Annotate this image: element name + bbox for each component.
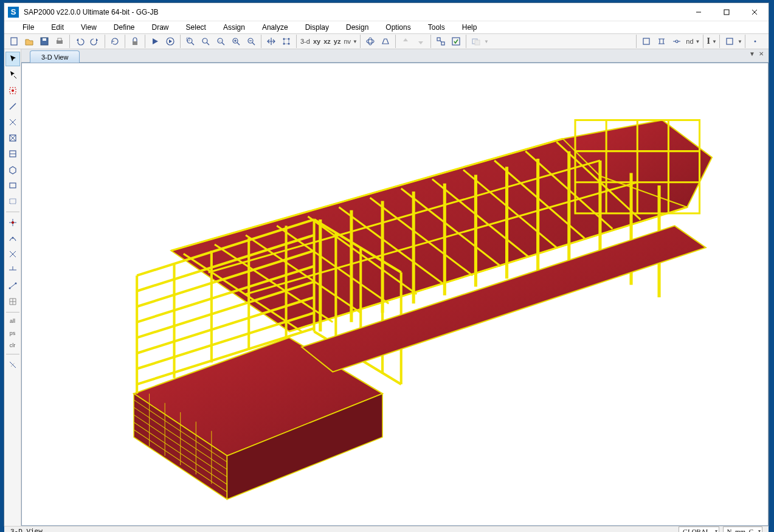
clear-selection-button[interactable]: clr (5, 340, 20, 351)
perspective-icon[interactable] (378, 34, 393, 49)
quick-draw-area-icon[interactable] (5, 194, 20, 209)
zoom-out-icon[interactable] (244, 34, 258, 49)
zoom-full-icon[interactable] (198, 34, 213, 49)
move-down-icon[interactable] (413, 34, 428, 49)
run-last-icon[interactable] (163, 34, 178, 49)
joint-restraint-icon[interactable] (654, 34, 669, 49)
svg-line-70 (339, 207, 444, 285)
move-up-icon[interactable] (398, 34, 413, 49)
select-all-button[interactable]: all (5, 316, 20, 326)
menu-display[interactable]: Display (297, 21, 337, 33)
menu-view[interactable]: View (72, 21, 105, 33)
snap-perpendicular-icon[interactable] (5, 263, 20, 277)
rotate-3d-icon[interactable] (363, 34, 378, 49)
run-analysis-icon[interactable] (148, 34, 162, 49)
draw-special-joint-icon[interactable] (5, 83, 20, 98)
menu-help[interactable]: Help (454, 21, 486, 33)
zoom-in-icon[interactable] (229, 34, 243, 49)
svg-rect-5 (41, 38, 48, 45)
pointer-tool-icon[interactable] (5, 52, 20, 66)
redo-icon[interactable] (88, 34, 102, 49)
svg-marker-64 (563, 120, 712, 207)
coord-system-dropdown[interactable]: GLOBAL (679, 527, 719, 532)
save-icon[interactable] (37, 34, 52, 49)
svg-line-90 (137, 328, 314, 384)
snap-midpoint-icon[interactable] (5, 231, 20, 246)
svg-rect-6 (43, 38, 46, 41)
menu-define[interactable]: Define (105, 21, 143, 33)
draw-rect-area-icon[interactable] (5, 178, 20, 193)
menu-options[interactable]: Options (377, 21, 419, 33)
tab-close-icon[interactable]: ✕ (759, 50, 764, 57)
quick-draw-frame-icon[interactable] (5, 115, 20, 130)
lock-icon[interactable] (128, 34, 142, 49)
open-icon[interactable] (22, 34, 36, 49)
reshape-tool-icon[interactable] (5, 67, 20, 82)
intersecting-line-select-icon[interactable] (5, 358, 20, 372)
nd-button[interactable]: nd (685, 38, 694, 45)
menu-design[interactable]: Design (337, 21, 377, 33)
view-dropdown-icon[interactable]: ▼ (353, 39, 358, 44)
snap-line-icon[interactable] (5, 278, 20, 293)
svg-marker-104 (227, 393, 382, 499)
menubar: File Edit View Define Draw Select Assign… (4, 21, 769, 33)
svg-line-17 (222, 43, 224, 45)
view-yz-button[interactable]: yz (333, 38, 342, 45)
undo-icon[interactable] (72, 34, 87, 49)
svg-line-74 (463, 170, 556, 247)
menu-file[interactable]: File (14, 21, 43, 33)
menu-draw[interactable]: Draw (143, 21, 178, 33)
snap-intersection-icon[interactable] (5, 247, 20, 261)
view-3d-button[interactable]: 3-d (299, 38, 311, 45)
zoom-previous-icon[interactable]: ← (213, 34, 228, 49)
svg-rect-4 (11, 38, 17, 45)
minimize-button[interactable] (685, 3, 713, 21)
units-dropdown[interactable]: N, mm, C (723, 527, 762, 532)
frame-section-icon[interactable] (639, 34, 654, 49)
view-tab-3d[interactable]: 3-D View (30, 50, 80, 63)
tab-menu-icon[interactable]: ▼ (749, 50, 755, 57)
menu-select[interactable]: Select (178, 21, 215, 33)
previous-selection-button[interactable]: ps (5, 328, 20, 339)
svg-rect-35 (472, 39, 477, 44)
i-dropdown-icon[interactable]: ▼ (712, 39, 717, 44)
object-shrink-icon[interactable] (434, 34, 448, 49)
view-nv-button[interactable]: nv (342, 38, 352, 45)
svg-line-98 (314, 331, 401, 384)
quick-draw-secondary-icon[interactable] (5, 147, 20, 161)
quick-draw-brace-icon[interactable] (5, 131, 20, 145)
more-icon[interactable] (748, 34, 762, 49)
i-section-button[interactable]: I (706, 36, 711, 46)
release-icon[interactable] (669, 34, 684, 49)
assign-dropdown-icon[interactable]: ▼ (484, 39, 489, 44)
draw-frame-icon[interactable] (5, 99, 20, 114)
print-icon[interactable] (52, 34, 67, 49)
assign-icon[interactable] (469, 34, 483, 49)
svg-line-108 (134, 422, 227, 484)
menu-analyze[interactable]: Analyze (254, 21, 297, 33)
nd-dropdown-icon[interactable]: ▼ (696, 39, 700, 44)
area-section-icon[interactable] (722, 34, 737, 49)
area-dropdown-icon[interactable]: ▼ (738, 39, 742, 44)
new-model-icon[interactable] (7, 34, 21, 49)
snap-point-icon[interactable] (5, 215, 20, 230)
pan-icon[interactable] (264, 34, 278, 49)
svg-rect-37 (643, 38, 649, 44)
view-xy-button[interactable]: xy (312, 38, 322, 45)
model-canvas[interactable] (21, 63, 769, 526)
svg-text:←: ← (218, 39, 223, 43)
menu-edit[interactable]: Edit (43, 21, 72, 33)
maximize-button[interactable] (713, 3, 741, 21)
view-xz-button[interactable]: xz (322, 38, 332, 45)
titlebar: S SAP2000 v22.0.0 Ultimate 64-bit - GG-J… (4, 3, 769, 21)
draw-poly-area-icon[interactable] (5, 162, 20, 177)
svg-line-54 (10, 251, 16, 257)
zoom-window-icon[interactable] (183, 34, 198, 49)
menu-tools[interactable]: Tools (420, 21, 454, 33)
show-grid-icon[interactable] (279, 34, 294, 49)
close-button[interactable] (741, 3, 769, 21)
set-display-options-icon[interactable] (449, 34, 463, 49)
menu-assign[interactable]: Assign (215, 21, 254, 33)
snap-grid-icon[interactable] (5, 294, 20, 309)
refresh-icon[interactable] (108, 34, 122, 49)
